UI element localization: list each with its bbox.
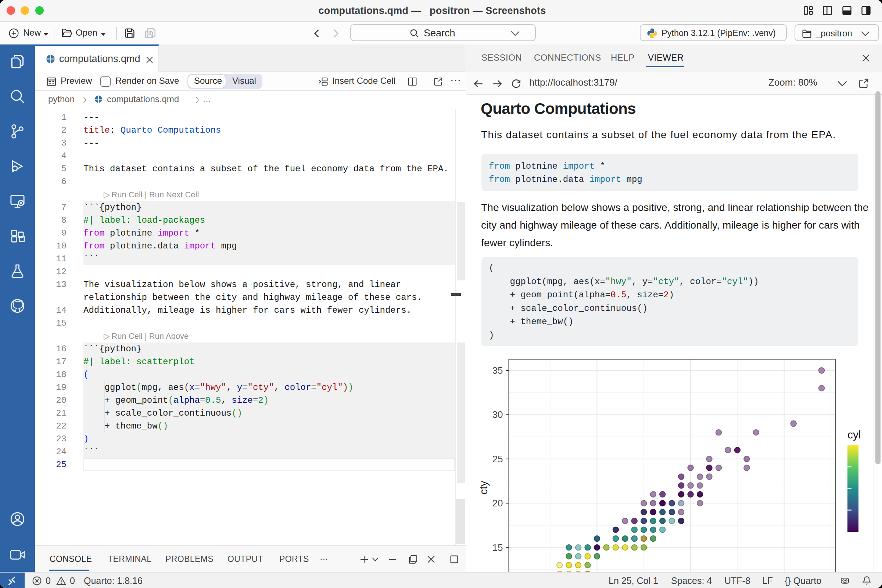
- svg-text:35: 35: [492, 365, 503, 376]
- svg-text:15: 15: [492, 542, 503, 553]
- svg-text:20: 20: [492, 498, 503, 508]
- svg-text:cyl: cyl: [848, 429, 861, 441]
- svg-text:25: 25: [492, 453, 503, 465]
- svg-text:cty: cty: [478, 481, 489, 495]
- svg-text:30: 30: [492, 409, 503, 420]
